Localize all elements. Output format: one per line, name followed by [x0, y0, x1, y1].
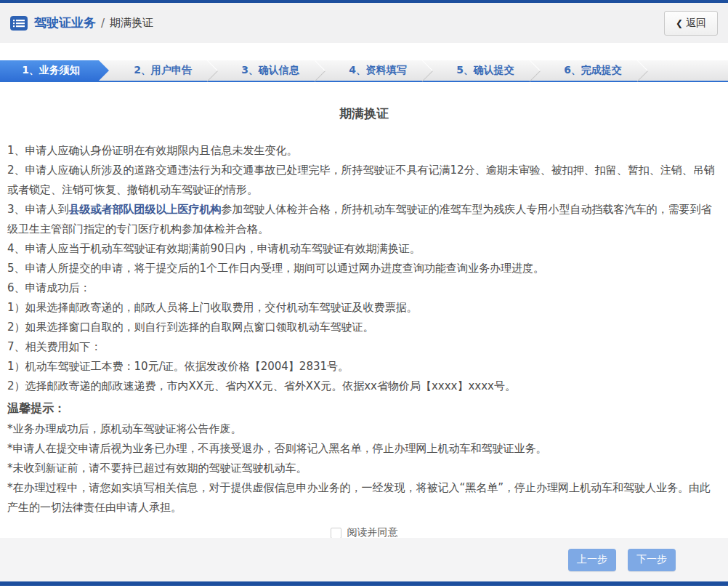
footer-bar: 上一步 下一步: [0, 538, 728, 581]
notice-line3-bold: 县级或者部队团级以上医疗机构: [69, 203, 222, 216]
main-content: 期满换证 1、申请人应确认身份证明在有效期限内且信息未发生变化。 2、申请人应确…: [0, 105, 728, 539]
tips-title: 温馨提示：: [7, 398, 721, 419]
notice-line: 2）如果选择窗口自取的，则自行到选择的自取网点窗口领取机动车驾驶证。: [7, 318, 721, 337]
step-nav: 1、业务须知 2、用户申告 3、确认信息 4、资料填写 5、确认提交 6、完成提…: [0, 60, 728, 82]
breadcrumb: 驾驶证业务 / 期满换证: [10, 15, 153, 31]
breadcrumb-section[interactable]: 驾驶证业务: [34, 15, 96, 31]
list-icon: [10, 16, 28, 31]
next-step-button[interactable]: 下一步: [628, 549, 676, 571]
notice-line: 6、申请成功后：: [7, 278, 721, 298]
notice-line: 1）机动车驾驶证工本费：10元/证。依据发改价格【2004】2831号。: [7, 357, 721, 376]
notice-section: 1、申请人应确认身份证明在有效期限内且信息未发生变化。 2、申请人应确认所涉及的…: [7, 141, 721, 396]
tip-line: *申请人在提交申请后视为业务已办理，不再接受退办，否则将记入黑名单，停止办理网上…: [7, 439, 721, 459]
notice-line3-prefix: 3、申请人到: [7, 203, 69, 216]
notice-line: 2、申请人应确认所涉及的道路交通违法行为和交通事故已处理完毕，所持驾驶证不具有记…: [7, 161, 721, 200]
tip-line: *未收到新证前，请不要持已超过有效期的驾驶证驾驶机动车。: [7, 459, 721, 478]
page-header: 驾驶证业务 / 期满换证 ❮ 返回: [0, 3, 728, 43]
page-title: 期满换证: [7, 105, 721, 122]
breadcrumb-current: 期满换证: [110, 16, 153, 30]
step-item-3[interactable]: 3、确认信息: [217, 60, 324, 81]
notice-line: 2）选择邮政寄递的邮政速递费，市内XX元、省内XX元、省外XX元。依据xx省物价…: [7, 376, 721, 396]
notice-line: 1）如果选择邮政寄递的，邮政人员将上门收取费用，交付机动车驾驶证及收费票据。: [7, 298, 721, 318]
back-button[interactable]: ❮ 返回: [664, 11, 718, 36]
tip-line: *在办理过程中，请您如实填写相关信息，对于提供虚假信息申办业务的，一经发现，将被…: [7, 478, 721, 517]
notice-line: 5、申请人所提交的申请，将于提交后的1个工作日内受理，期间可以通过网办进度查询功…: [7, 259, 721, 278]
step-nav-filler: [647, 60, 728, 81]
notice-line: 7、相关费用如下：: [7, 337, 721, 357]
notice-line: 1、申请人应确认身份证明在有效期限内且信息未发生变化。: [7, 141, 721, 161]
step-item-6[interactable]: 6、完成提交: [539, 60, 647, 81]
tip-line: *业务办理成功后，原机动车驾驶证将公告作废。: [7, 419, 721, 439]
back-button-label: 返回: [686, 17, 706, 30]
step-item-4[interactable]: 4、资料填写: [324, 60, 432, 81]
bottom-accent-bar: [0, 581, 728, 586]
notice-line: 3、申请人到县级或者部队团级以上医疗机构参加驾驶人体检并合格，所持机动车驾驶证的…: [7, 200, 721, 239]
tips-section: 温馨提示： *业务办理成功后，原机动车驾驶证将公告作废。 *申请人在提交申请后视…: [7, 398, 721, 517]
breadcrumb-separator: /: [101, 17, 105, 30]
step-item-5[interactable]: 5、确认提交: [432, 60, 539, 81]
agree-checkbox[interactable]: [331, 528, 341, 539]
prev-step-button[interactable]: 上一步: [568, 549, 616, 571]
chevron-left-icon: ❮: [676, 18, 683, 28]
step-item-1[interactable]: 1、业务须知: [0, 60, 109, 81]
step-item-2[interactable]: 2、用户申告: [109, 60, 217, 81]
notice-line: 4、申请人应当于机动车驾驶证有效期满前90日内，申请机动车驾驶证有效期满换证。: [7, 239, 721, 259]
